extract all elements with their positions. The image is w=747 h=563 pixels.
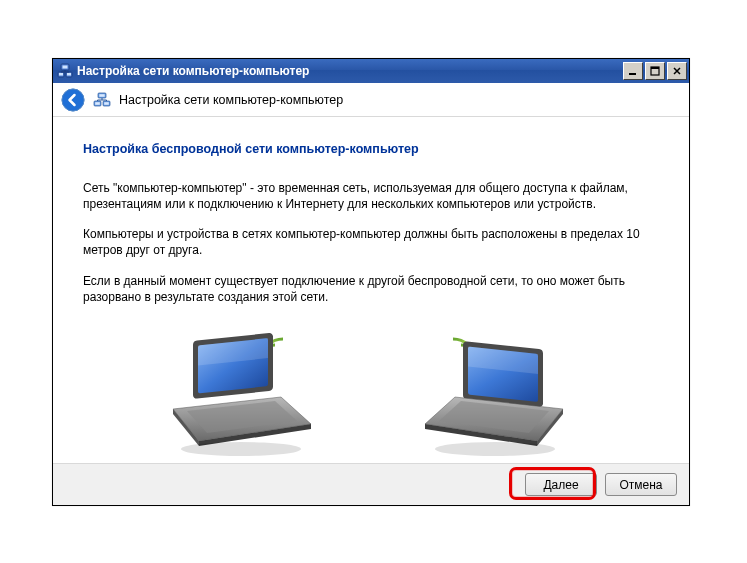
close-button[interactable] [667, 62, 687, 80]
window-controls [621, 62, 687, 80]
laptop-right-icon [413, 329, 583, 463]
description-paragraph-3: Если в данный момент существует подключе… [83, 273, 659, 305]
svg-rect-1 [63, 66, 68, 69]
back-button[interactable] [61, 88, 85, 112]
maximize-button[interactable] [645, 62, 665, 80]
wizard-window: Настройка сети компьютер-компьютер [52, 58, 690, 506]
svg-rect-5 [67, 73, 71, 76]
description-paragraph-1: Сеть "компьютер-компьютер" - это временн… [83, 180, 659, 212]
svg-point-26 [181, 442, 301, 456]
description-paragraph-2: Компьютеры и устройства в сетях компьюте… [83, 226, 659, 258]
next-button[interactable]: Далее [525, 473, 597, 496]
laptop-left-icon [153, 329, 323, 463]
page-heading: Настройка беспроводной сети компьютер-ко… [83, 141, 659, 158]
svg-point-30 [435, 442, 555, 456]
window-title: Настройка сети компьютер-компьютер [77, 64, 621, 78]
svg-rect-16 [95, 102, 100, 105]
wizard-header: Настройка сети компьютер-компьютер [53, 83, 689, 117]
cancel-button[interactable]: Отмена [605, 473, 677, 496]
svg-rect-3 [59, 73, 63, 76]
minimize-button[interactable] [623, 62, 643, 80]
wizard-content: Настройка беспроводной сети компьютер-ко… [53, 117, 689, 459]
titlebar: Настройка сети компьютер-компьютер [53, 59, 689, 83]
svg-rect-8 [629, 73, 636, 75]
wizard-title: Настройка сети компьютер-компьютер [119, 93, 343, 107]
svg-rect-14 [99, 94, 104, 97]
network-icon [93, 92, 111, 108]
app-icon [57, 63, 73, 79]
svg-rect-18 [104, 102, 109, 105]
svg-rect-10 [651, 67, 659, 69]
wizard-footer: Далее Отмена [53, 463, 689, 505]
illustration [83, 319, 659, 459]
